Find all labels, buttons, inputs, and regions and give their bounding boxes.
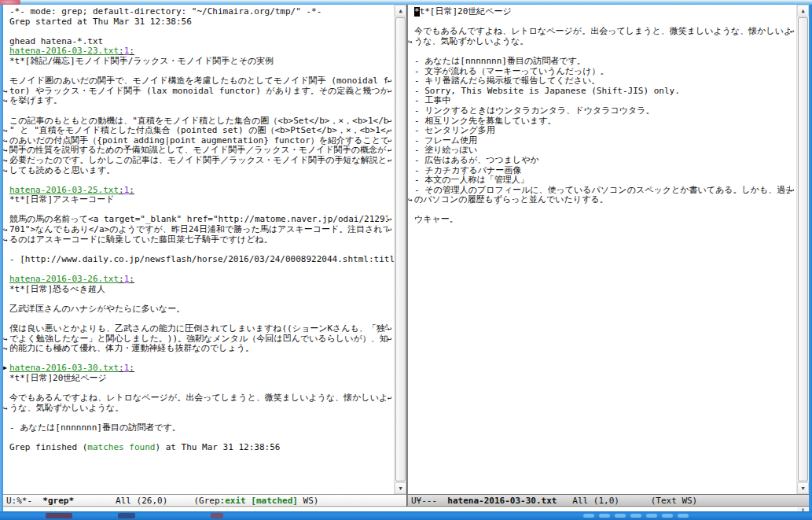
text-line bbox=[3, 245, 394, 255]
line-wrap-right-icon: ↩ bbox=[388, 225, 394, 235]
taskbar-glow bbox=[583, 514, 594, 518]
text-line bbox=[3, 314, 394, 324]
grep-match-line[interactable]: hatena-2016-03-25.txt:1: bbox=[3, 186, 394, 196]
text-segment: 関手の性質を説明するための予備知識として、モノイド関手／ラックス・モノイド関手の… bbox=[9, 146, 386, 155]
text-segment: 僕は良い悪いとかよりも、乙武さんの能力に圧倒されてしまいますね((ショーンKさん… bbox=[9, 324, 394, 334]
text-line: ↪のあいだの付点関手（{point adding|point augmentat… bbox=[3, 136, 394, 146]
line-wrap-left-icon: ↪ bbox=[3, 235, 9, 245]
emacs-frame: -*- mode: grep; default-directory: "~/Ch… bbox=[0, 0, 812, 520]
text-segment: *t*[日常]アスキーコード bbox=[9, 195, 114, 205]
line-wrap-left-icon: ↪ bbox=[3, 87, 9, 97]
right-scrollbar-track[interactable] bbox=[797, 17, 809, 482]
grep-file-link[interactable]: hatena-2016-03-30.txt bbox=[9, 363, 119, 373]
text-segment: を挙げます。 bbox=[9, 96, 62, 105]
file-buffer-window[interactable]: *t*[日常]20世紀ページ今でもあるんですよね、レトロなページが。出会ってしま… bbox=[408, 5, 809, 507]
grep-mode-line: U:%*- *grep* All (26,0) (Grep:exit [matc… bbox=[3, 494, 406, 507]
text-line: - 本文の一人称は「管理人」 bbox=[408, 175, 796, 186]
line-wrap-left-icon: ↪ bbox=[3, 334, 9, 345]
line-wrap-right-icon: ↩ bbox=[388, 156, 394, 166]
text-line: ↪るのはアスキーコードに騎乗していた藤田菜七子騎手ですけどね。 bbox=[3, 235, 394, 245]
text-line: *t*[雑記/備忘]モノイド関手/ラックス・モノイド関手とその実例 bbox=[3, 57, 394, 67]
line-wrap-left-icon: ↪ bbox=[3, 166, 9, 176]
grep-match-line[interactable]: ▶hatena-2016-03-30.txt:1: bbox=[3, 363, 394, 374]
text-segment: 乙武洋匡さんのハナシがやたらに多いなー。 bbox=[9, 304, 185, 314]
text-line: ↪" と "直積をモノイド積とした付点集合 (pointed set) の圏（<… bbox=[3, 126, 394, 136]
text-line: - キリ番踏んだら掲示板で報告してください。 bbox=[408, 76, 796, 87]
left-scrollbar-thumb[interactable] bbox=[395, 17, 406, 481]
grep-link-separator: : bbox=[129, 46, 134, 56]
text-segment: - 塗り絵っぽい bbox=[414, 146, 477, 155]
line-wrap-left-icon: ↪ bbox=[3, 96, 9, 106]
file-buffer-text: *t*[日常]20世紀ページ今でもあるんですよね、レトロなページが。出会ってしま… bbox=[408, 5, 796, 494]
text-line: モノイド圏のあいだの関手で、モノイド構造を考慮したものとしてモノイド関手 (mo… bbox=[3, 76, 394, 87]
grep-file-link[interactable]: hatena-2016-03-26.txt bbox=[9, 275, 119, 284]
scroll-up-icon[interactable]: ▲ bbox=[797, 5, 809, 17]
text-segment: - 広告はあるが、つつましやか bbox=[414, 156, 539, 165]
text-segment: - リンクするときはウンタラカンタラ、ドウタラコウタラ。 bbox=[414, 106, 654, 116]
text-line: ↪のパソコンの履歴もずらっと並んでいたりする。 bbox=[408, 195, 796, 205]
text-line: ↪必要だったのです。しかしこの記事は、モノイド関手／ラックス・モノイド関手の手短… bbox=[3, 156, 394, 166]
text-line: - センタリング多用 bbox=[408, 126, 796, 136]
right-scrollbar[interactable]: ▲ ▼ bbox=[796, 5, 809, 494]
grep-link-separator: : bbox=[119, 275, 124, 284]
scroll-down-icon[interactable]: ▼ bbox=[802, 510, 803, 511]
text-line: ghead hatena-*.txt bbox=[3, 37, 394, 47]
text-line: *t*[日常]恐るべき超人 bbox=[3, 285, 394, 295]
text-segment: - [http://www.daily.co.jp/newsflash/hors… bbox=[9, 255, 394, 264]
minibuffer[interactable]: ▲ ▼ bbox=[3, 507, 809, 511]
line-wrap-left-icon: ↪ bbox=[3, 136, 9, 146]
text-line: - 文字が流れる（マーキーっていうんだっけ）。 bbox=[408, 67, 796, 77]
right-scrollbar-thumb[interactable] bbox=[798, 17, 808, 481]
grep-match-line[interactable]: hatena-2016-03-26.txt:1: bbox=[3, 275, 394, 285]
text-segment: Grep finished ( bbox=[9, 443, 87, 452]
text-segment: - 文字が流れる（マーキーっていうんだっけ）。 bbox=[414, 67, 609, 76]
text-segment: -*- mode: grep; default-directory: "~/Ch… bbox=[9, 7, 321, 17]
frame-content: -*- mode: grep; default-directory: "~/Ch… bbox=[3, 5, 809, 507]
text-line bbox=[408, 205, 796, 216]
grep-match-line[interactable]: hatena-2016-03-23.txt:1: bbox=[3, 46, 394, 57]
status-text: :exit [matched] bbox=[220, 496, 298, 506]
grep-buffer-window[interactable]: -*- mode: grep; default-directory: "~/Ch… bbox=[3, 5, 406, 507]
text-line: - 塗り絵っぽい bbox=[408, 146, 796, 156]
text-segment: - 相互リンク先を募集しています。 bbox=[414, 116, 557, 126]
text-line bbox=[3, 67, 394, 77]
left-scrollbar-track[interactable] bbox=[395, 17, 406, 482]
text-line: Grep finished (matches found) at Thu Mar… bbox=[3, 443, 394, 453]
grep-file-link[interactable]: hatena-2016-03-25.txt bbox=[9, 186, 119, 195]
text-segment: この記事のもともとの動機は、"直積をモノイド積とした集合の圏（<b>Set</b… bbox=[9, 116, 394, 126]
text-line: ウキャー。 bbox=[408, 215, 796, 225]
scroll-up-icon[interactable]: ▲ bbox=[395, 5, 406, 17]
line-wrap-right-icon: ↩ bbox=[388, 146, 394, 156]
text-line: - チカチカするバナー画像 bbox=[408, 166, 796, 176]
buffer-name: hatena-2016-03-30.txt bbox=[447, 496, 557, 506]
taskbar-glow bbox=[630, 514, 641, 518]
grep-file-link[interactable]: hatena-2016-03-23.txt bbox=[9, 46, 119, 56]
text-line: 僕は良い悪いとかよりも、乙武さんの能力に圧倒されてしまいますね((ショーンKさん… bbox=[3, 324, 394, 334]
line-wrap-right-icon: ↩ bbox=[388, 126, 394, 136]
text-line bbox=[3, 413, 394, 423]
text-segment: 必要だったのです。しかしこの記事は、モノイド関手／ラックス・モノイド関手の手短な… bbox=[9, 156, 387, 165]
buffer-name: *grep* bbox=[42, 496, 74, 506]
text-segment: - 工事中 bbox=[414, 96, 450, 105]
text-line: - 工事中 bbox=[408, 96, 796, 106]
text-line: ↪tor) やラックス・モノイド関手 (lax monoidal functor… bbox=[3, 87, 394, 97]
taskbar-glow bbox=[662, 514, 673, 518]
text-segment: WS) bbox=[298, 496, 319, 506]
minibuffer-scrollbar[interactable]: ▲ ▼ bbox=[797, 507, 809, 511]
text-line: - その管理人のプロフィールに、使っているパソコンのスペックとか書いてある。しか… bbox=[408, 186, 796, 196]
line-wrap-left-icon: ↪ bbox=[3, 404, 9, 414]
text-line bbox=[408, 46, 796, 57]
text-segment: U¥--- bbox=[411, 496, 447, 506]
text-line bbox=[3, 175, 394, 186]
scroll-down-icon[interactable]: ▼ bbox=[797, 482, 809, 494]
line-wrap-left-icon: ↪ bbox=[408, 37, 414, 47]
text-segment: t*[日常]20世紀ページ bbox=[420, 7, 512, 17]
line-wrap-right-icon: ↩ bbox=[388, 116, 394, 127]
line-wrap-right-icon: ↩ bbox=[388, 393, 394, 404]
line-wrap-left-icon: ↪ bbox=[3, 225, 9, 235]
grep-buffer-text: -*- mode: grep; default-directory: "~/Ch… bbox=[3, 5, 394, 494]
scroll-down-icon[interactable]: ▼ bbox=[395, 482, 406, 494]
text-segment: - キリ番踏んだら掲示板で報告してください。 bbox=[414, 76, 600, 86]
text-segment: 今でもあるんですよね、レトロなページが。出会ってしまうと、微笑ましいような、懐か… bbox=[9, 393, 388, 403]
left-scrollbar[interactable]: ▲ ▼ bbox=[394, 5, 406, 494]
